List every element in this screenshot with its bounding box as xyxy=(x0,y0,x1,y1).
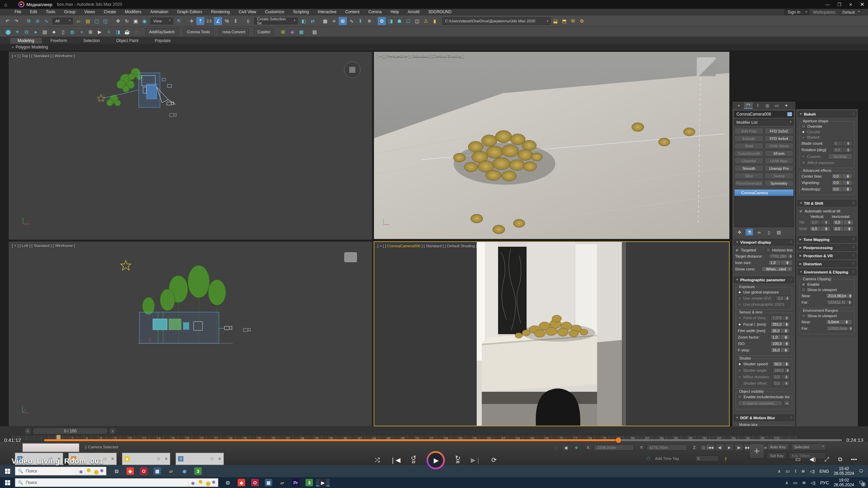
3ds-max-icon[interactable]: 3 xyxy=(191,467,205,475)
move-icon[interactable]: ✥ xyxy=(114,17,122,25)
modifier-button-smooth[interactable]: Smooth xyxy=(734,165,764,171)
rollout-projection-vr-header[interactable]: ▶Projection & VR⠿ xyxy=(797,252,856,259)
scale-icon[interactable]: ▣ xyxy=(132,17,140,25)
chrome-icon[interactable]: ◉ xyxy=(178,467,191,475)
modifier-button-edit-poly[interactable]: Edit Poly xyxy=(734,128,764,134)
task-view-icon[interactable]: ⊡ xyxy=(110,467,123,475)
tray-mic-icon[interactable]: ⌇ xyxy=(794,469,796,474)
viewport-left-label[interactable]: [ + ] [ Left ] [ Standard ] [ Wireframe … xyxy=(12,244,75,248)
corona-camera-add-icon[interactable]: ⏚ xyxy=(105,28,113,36)
modifier-button-extrude[interactable]: Extrude xyxy=(734,135,764,142)
shift-horizontal-field[interactable]: 0,0 xyxy=(833,226,854,231)
display-tab-icon[interactable]: ▭ xyxy=(772,102,781,109)
use-photographic-iso-radio[interactable] xyxy=(738,303,742,306)
viewport-perspective[interactable]: [ + ] [ Perspective ] [ Standard ] [ Def… xyxy=(374,52,730,239)
start-button[interactable] xyxy=(0,477,15,488)
snap-25d-icon[interactable]: 2.5 xyxy=(205,17,213,25)
player-close-button[interactable]: ✕ xyxy=(856,1,868,8)
thumb-close-icon[interactable]: ✕ xyxy=(111,456,114,461)
bokeh-bladed-radio[interactable] xyxy=(802,136,805,139)
clipping-far-field[interactable]: 183932,42 xyxy=(826,300,852,305)
modifier-button-shell[interactable]: Shell xyxy=(734,143,764,149)
repeat-icon[interactable]: ⟳ xyxy=(491,458,497,462)
select-and-link-icon[interactable]: ⧉ xyxy=(25,17,33,25)
configure-modifier-sets-icon[interactable]: ▤ xyxy=(775,229,783,236)
tray-clock[interactable]: 19:0226.05.2024 xyxy=(834,478,854,487)
render-production-icon[interactable]: ☗ xyxy=(395,17,403,25)
auto-vertical-tilt-checkbox[interactable] xyxy=(799,209,803,213)
rollout-bokeh-header[interactable]: ▼Bokeh⠿ xyxy=(797,111,856,117)
rollout-photographic-header[interactable]: ▼Photographic parameter⠿ xyxy=(734,277,794,283)
menu-customize[interactable]: Customize xyxy=(261,9,289,15)
thumb-maximize-icon[interactable]: □ xyxy=(104,456,106,461)
folder-link-icon[interactable]: ⧉ xyxy=(569,17,577,25)
menu-modifiers[interactable]: Modifiers xyxy=(120,9,146,15)
corona-slicer-icon[interactable]: ⊞ xyxy=(86,28,95,36)
menu-civil-view[interactable]: Civil View xyxy=(234,9,261,15)
viewport-top[interactable]: [ + ] [ Top ] [ Standard ] [ Wireframe ] xyxy=(8,52,372,240)
next-frame-button[interactable]: › xyxy=(109,428,116,434)
corona-bulb-icon[interactable]: ◌ xyxy=(132,28,140,36)
corona-video-icon[interactable]: ▶ xyxy=(96,28,104,36)
frame-counter[interactable]: 0 / 100 xyxy=(33,428,108,434)
render-setup-icon[interactable]: ⚙ xyxy=(378,17,386,25)
modifier-button-unwrap-pro[interactable]: Unwrap Pro xyxy=(765,165,794,171)
key-mode-toggle-icon[interactable]: ⚷ xyxy=(722,454,730,463)
next-key-button[interactable]: |▶ xyxy=(734,444,743,451)
ribbon-panel-bar[interactable]: ▾ Polygon Modeling xyxy=(0,44,868,51)
rollout-environment-clipping-header[interactable]: ▼Environment & Clipping⠿ xyxy=(797,269,856,275)
modifier-button-chamfer[interactable]: Chamfer xyxy=(734,158,764,164)
vignetting-field[interactable]: 0,0 xyxy=(831,180,852,185)
snaps-toggle-icon[interactable]: ⇡ xyxy=(196,17,204,25)
menu-edit[interactable]: Edit xyxy=(25,9,41,15)
fullscreen-icon[interactable]: ⤢ xyxy=(825,456,829,463)
horizon-line-checkbox[interactable] xyxy=(766,248,770,252)
grid-tool-icon[interactable]: ▦ xyxy=(297,28,305,36)
corona-sphere-icon[interactable]: ◑ xyxy=(77,28,85,36)
ranges-near-field[interactable]: 0,0mm xyxy=(826,319,852,325)
menu-file[interactable]: File xyxy=(10,9,25,15)
volume-icon[interactable]: ◀) xyxy=(809,456,816,463)
shutter-offset-field[interactable]: 0,0 xyxy=(772,381,790,386)
select-and-place-icon[interactable]: ◉ xyxy=(140,17,149,25)
notification-center-icon[interactable]: 🗨3 xyxy=(859,480,863,485)
y-coordinate-field[interactable]: 4279,783m xyxy=(647,445,687,451)
thumb-close-icon[interactable]: ✕ xyxy=(164,456,168,461)
object-name-field[interactable]: CoronaCamera006 xyxy=(734,111,794,118)
workspaces-dropdown[interactable]: Default xyxy=(840,9,862,16)
viewport-camera[interactable]: [ + ] [ CoronaCamera006 ] [ Standard ] [… xyxy=(374,241,730,426)
select-by-name-icon[interactable]: ▤ xyxy=(84,17,92,25)
warning-icon[interactable]: ⚠ xyxy=(422,17,430,25)
opera-icon[interactable]: O xyxy=(137,467,151,475)
subtitles-icon[interactable]: ▭ xyxy=(795,456,801,463)
simple-ev-field[interactable]: 0,0 xyxy=(776,296,790,301)
target-distance-field[interactable]: 7769,18m xyxy=(768,253,793,259)
auto-key-button[interactable]: Auto Key xyxy=(767,444,789,450)
film-width-field[interactable]: 36,0 xyxy=(770,328,790,333)
center-bias-field[interactable]: 0,0 xyxy=(831,174,852,179)
show-cone-dropdown[interactable]: When...cted xyxy=(762,266,793,272)
rendered-frame-window-icon[interactable]: ◨ xyxy=(387,17,395,25)
thumb-close-icon[interactable]: ✕ xyxy=(218,456,221,461)
file-explorer-icon[interactable]: ▱ xyxy=(275,479,289,486)
rollout-tone-mapping-header[interactable]: ▶Tone Mapping⠿ xyxy=(797,236,856,243)
objects-excluded-button[interactable]: 0 objects excluded... xyxy=(738,400,782,406)
show-end-result-icon[interactable]: ⚗ xyxy=(746,229,753,236)
ranges-show-viewport-checkbox[interactable] xyxy=(802,314,806,318)
previous-key-button[interactable]: ◀| xyxy=(715,444,724,451)
mblur-duration-field[interactable]: 0,5 xyxy=(772,374,790,380)
add-time-tag[interactable]: Add Time Tag xyxy=(655,456,679,461)
menu-corona[interactable]: Corona xyxy=(364,9,386,15)
shutter-speed-field[interactable]: 50,0 xyxy=(772,361,790,367)
use-simple-ev-radio[interactable] xyxy=(738,297,742,300)
bokeh-override-checkbox[interactable] xyxy=(802,124,806,128)
opera-icon[interactable]: O xyxy=(248,479,262,486)
file-explorer-icon[interactable]: ▱ xyxy=(164,467,178,475)
focal-radio[interactable] xyxy=(738,323,742,326)
previous-frame-button[interactable]: ‹ xyxy=(24,428,31,434)
hierarchy-tab-icon[interactable]: ⌇ xyxy=(753,102,762,109)
rollout-dof-header[interactable]: ▼DOF & Motion Blur⠿ xyxy=(734,414,794,421)
tray-lang[interactable]: РУС xyxy=(820,480,829,485)
isolate-selection-icon[interactable]: ⬚ xyxy=(552,444,560,452)
viewport-left[interactable]: [ + ] [ Left ] [ Standard ] [ Wireframe … xyxy=(8,241,372,426)
